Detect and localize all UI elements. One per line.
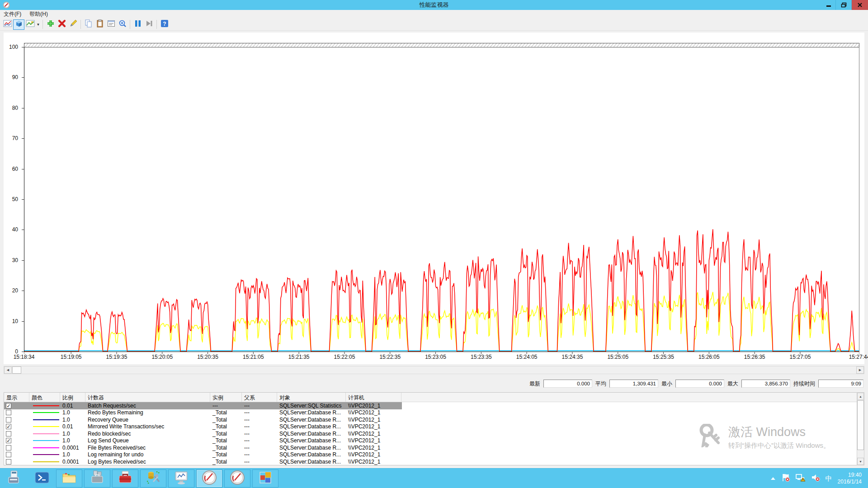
column-header-2[interactable]: 比例 [60,393,85,402]
show-checkbox[interactable]: ✓ [6,424,11,429]
highlight-button[interactable] [67,19,79,30]
minimize-button[interactable] [822,0,835,10]
column-header-1[interactable]: 颜色 [29,393,60,402]
counter-row[interactable]: 1.0Log remaining for undo_Total---SQLSer… [4,451,402,459]
server-manager-icon [7,470,23,487]
taskbar-powershell[interactable] [30,469,54,488]
scroll-left-button[interactable]: ◀ [4,366,12,374]
menu-help[interactable]: 帮助(H) [29,10,48,18]
minimum-label: 最小 [661,380,672,388]
taskbar-clock[interactable]: 19:40 2016/1/14 [838,472,864,485]
taskbar-system-monitor[interactable] [168,469,194,488]
copy-properties-button[interactable] [83,19,94,30]
column-header-0[interactable]: 显示 [4,393,29,402]
cell-counter: Redo blocked/sec [85,431,210,437]
color-swatch [33,412,59,413]
vertical-scrollbar[interactable]: ▲ ▼ [857,392,864,465]
cell-counter: Mirrored Write Transactions/sec [85,423,210,430]
config-tools-icon [146,470,161,487]
scrollbar-thumb[interactable] [857,400,864,450]
change-graph-type-button[interactable] [24,19,36,30]
add-counter-button[interactable] [45,19,56,30]
ime-indicator[interactable]: 中 [826,474,832,483]
counter-row[interactable]: 1.0Redo blocked/sec_Total---SQLServer:Da… [4,430,402,437]
color-swatch [33,440,59,441]
help-icon: ? [160,19,169,29]
counter-row[interactable]: ✓1.0Log Send Queue_Total---SQLServer:Dat… [4,437,402,445]
counter-row[interactable]: 0.0001File Bytes Received/sec_Total---SQ… [4,444,402,451]
cell-instance: _Total [210,423,242,430]
cell-scale: 0.0001 [60,445,85,451]
update-data-button[interactable] [143,19,155,30]
counter-row[interactable]: ✓0.01Batch Requests/sec------SQLServer:S… [4,402,402,409]
column-header-5[interactable]: 父系 [242,393,277,402]
taskbar-component-services[interactable] [252,469,278,488]
scrollbar-thumb[interactable] [12,366,21,374]
taskbar-server-manager[interactable] [3,469,27,488]
chevron-up-icon[interactable] [770,474,776,483]
show-checkbox[interactable]: ✓ [6,438,11,443]
view-log-data-button[interactable] [13,19,24,30]
show-checkbox[interactable] [6,459,11,465]
counter-row[interactable]: 0.0001Log Bytes Received/sec_Total---SQL… [4,458,402,465]
column-header-7[interactable]: 计算机 [346,393,401,402]
cell-scale: 1.0 [60,437,85,444]
graph-type-dropdown-arrow[interactable]: ▼ [36,19,41,30]
cell-computer: \\VPC2012_1 [346,437,401,444]
average-label: 平均 [595,380,606,388]
volume-muted-icon[interactable] [811,474,820,483]
show-checkbox[interactable] [6,445,11,450]
properties-button[interactable] [105,19,117,30]
counter-row[interactable]: 1.0Redo Bytes Remaining_Total---SQLServe… [4,409,402,417]
restore-button[interactable] [835,0,852,10]
view-current-activity-button[interactable] [2,19,13,30]
taskbar-admin-tools-gray[interactable] [84,469,110,488]
taskbar-file-explorer[interactable] [56,469,82,488]
help-button[interactable]: ? [159,19,170,30]
series-line-mirrored-write-transactions-sec [24,292,859,352]
cell-parent: --- [242,431,277,437]
column-header-3[interactable]: 计数器 [85,393,210,402]
cell-parent: --- [242,409,277,416]
show-checkbox[interactable] [6,410,11,415]
cell-counter: Log Send Queue [85,437,210,444]
taskbar-admin-tools-red[interactable] [112,469,138,488]
performance-graph[interactable]: 1009080706050403020100 15:18:3415:19:051… [4,33,864,364]
taskbar-component-config[interactable] [140,469,166,488]
x-tick-label: 15:24:35 [562,354,583,360]
horizontal-scrollbar[interactable]: ◀ ▶ [4,366,864,374]
show-checkbox[interactable] [6,431,11,436]
show-checkbox[interactable] [6,452,11,457]
taskbar-performance-monitor-active[interactable] [196,469,222,488]
cell-computer: \\VPC2012_1 [346,403,401,409]
action-center-flag-icon[interactable] [781,474,790,483]
taskbar-performance-monitor[interactable] [224,469,250,488]
column-header-6[interactable]: 对象 [277,393,346,402]
cell-scale: 1.0 [60,431,85,437]
zoom-button[interactable] [117,19,128,30]
network-warning-icon[interactable] [796,474,806,483]
show-checkbox[interactable]: ✓ [6,403,11,408]
freeze-display-button[interactable] [132,19,143,30]
y-tick-label: 30 [5,257,18,263]
y-tick-label: 40 [5,226,18,233]
delete-counter-button[interactable] [56,19,67,30]
counter-row[interactable]: 1.0Recovery Queue_Total---SQLServer:Data… [4,416,402,423]
show-checkbox[interactable] [6,417,11,422]
y-tick-label: 10 [5,318,18,324]
scroll-down-button[interactable]: ▼ [857,458,864,465]
line-chart-icon [3,19,12,29]
graph-plot-area[interactable] [24,43,859,355]
x-tick-label: 15:25:05 [607,354,628,360]
close-button[interactable] [852,0,868,10]
x-tick-label: 15:20:05 [151,354,173,360]
paste-counter-list-button[interactable] [94,19,105,30]
column-header-4[interactable]: 实例 [210,393,242,402]
scroll-up-button[interactable]: ▲ [857,393,864,400]
colored-squares-icon [258,470,273,487]
menu-file[interactable]: 文件(F) [4,10,21,18]
menubar: 文件(F) 帮助(H) [0,10,868,19]
minimum-value: 0.000 [675,380,724,388]
counter-row[interactable]: ✓0.01Mirrored Write Transactions/sec_Tot… [4,423,402,431]
scroll-right-button[interactable]: ▶ [856,366,864,374]
